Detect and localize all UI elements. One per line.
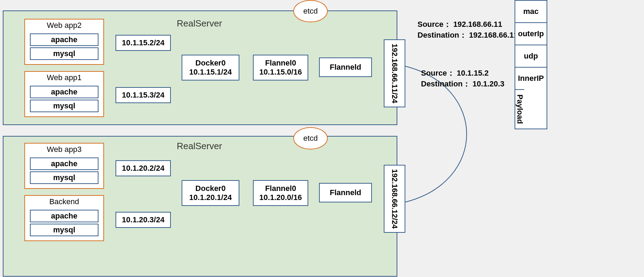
webapp2-name: Web app2 bbox=[25, 20, 103, 32]
flannel0-s1-name: Flannel0 bbox=[254, 59, 308, 68]
webapp3-name: Web app3 bbox=[25, 144, 103, 156]
webapp2-mysql: mysql bbox=[30, 47, 98, 60]
webapp1-name: Web app1 bbox=[25, 72, 103, 84]
outer-src-val: 192.168.66.11 bbox=[453, 20, 502, 29]
webapp3-group: Web app3 apache mysql bbox=[24, 143, 104, 189]
backend-mysql: mysql bbox=[30, 224, 98, 236]
stack-udp: udp bbox=[515, 45, 547, 67]
flannel0-s1-ip: 10.1.15.0/16 bbox=[254, 68, 308, 77]
outer-dst-val: 192.168.66.11 bbox=[469, 31, 518, 39]
flannel0-s2-ip: 10.1.20.0/16 bbox=[254, 193, 308, 202]
docker0-s1: Docker0 10.1.15.1/24 bbox=[182, 55, 239, 80]
inner-src-val: 10.1.15.2 bbox=[457, 69, 489, 77]
inner-dst-label: Destination： bbox=[421, 79, 470, 88]
server1-title: RealServer bbox=[177, 18, 222, 29]
docker0-s1-name: Docker0 bbox=[182, 59, 239, 68]
flanneld-s1: Flanneld bbox=[319, 57, 372, 77]
webapp1-group: Web app1 apache mysql bbox=[24, 71, 104, 117]
backend-name: Backend bbox=[25, 196, 103, 208]
docker0-s2-name: Docker0 bbox=[182, 184, 239, 193]
pod-ip-4: 10.1.20.3/24 bbox=[116, 212, 171, 228]
webapp3-mysql: mysql bbox=[30, 171, 98, 184]
stack-mac: mac bbox=[515, 0, 547, 22]
server1-ip: 192.168.66.11/24 bbox=[384, 39, 405, 107]
outer-src-label: Source： bbox=[418, 20, 451, 29]
outer-packet-info: Source： 192.168.66.11 Destination： 192.1… bbox=[418, 19, 518, 41]
inner-packet-info: Source： 10.1.15.2 Destination： 10.1.20.3 bbox=[421, 68, 504, 90]
docker0-s1-ip: 10.1.15.1/24 bbox=[182, 68, 239, 77]
etcd-s1: etcd bbox=[293, 0, 328, 22]
webapp1-apache: apache bbox=[30, 86, 98, 98]
webapp2-apache: apache bbox=[30, 33, 98, 46]
packet-stack: mac outerIp udp InnerIP Payload bbox=[515, 0, 547, 129]
stack-payload: Payload bbox=[515, 89, 524, 129]
flannel0-s2-name: Flannel0 bbox=[254, 184, 308, 193]
stack-innerip: InnerIP bbox=[515, 67, 547, 89]
pod-ip-3: 10.1.20.2/24 bbox=[116, 160, 171, 176]
flanneld-s2: Flanneld bbox=[319, 183, 372, 202]
realserver-1: RealServer Web app2 apache mysql Web app… bbox=[3, 10, 397, 125]
inner-src-label: Source： bbox=[421, 69, 455, 77]
inner-dst-val: 10.1.20.3 bbox=[472, 79, 504, 88]
webapp1-mysql: mysql bbox=[30, 100, 98, 112]
webapp3-apache: apache bbox=[30, 157, 98, 170]
flannel0-s1: Flannel0 10.1.15.0/16 bbox=[253, 55, 308, 80]
docker0-s2: Docker0 10.1.20.1/24 bbox=[182, 180, 239, 206]
server2-title: RealServer bbox=[177, 141, 222, 152]
pod-ip-2: 10.1.15.3/24 bbox=[116, 87, 171, 103]
server2-ip: 192.168.66.12/24 bbox=[384, 165, 405, 233]
docker0-s2-ip: 10.1.20.1/24 bbox=[182, 193, 239, 202]
stack-outerip: outerIp bbox=[515, 22, 547, 45]
flannel0-s2: Flannel0 10.1.20.0/16 bbox=[253, 180, 308, 206]
backend-group: Backend apache mysql bbox=[24, 195, 104, 241]
webapp2-group: Web app2 apache mysql bbox=[24, 19, 104, 65]
pod-ip-1: 10.1.15.2/24 bbox=[116, 35, 171, 51]
backend-apache: apache bbox=[30, 210, 98, 222]
etcd-s2: etcd bbox=[293, 127, 328, 149]
realserver-2: RealServer Web app3 apache mysql Backend… bbox=[3, 136, 397, 277]
outer-dst-label: Destination： bbox=[418, 31, 467, 39]
